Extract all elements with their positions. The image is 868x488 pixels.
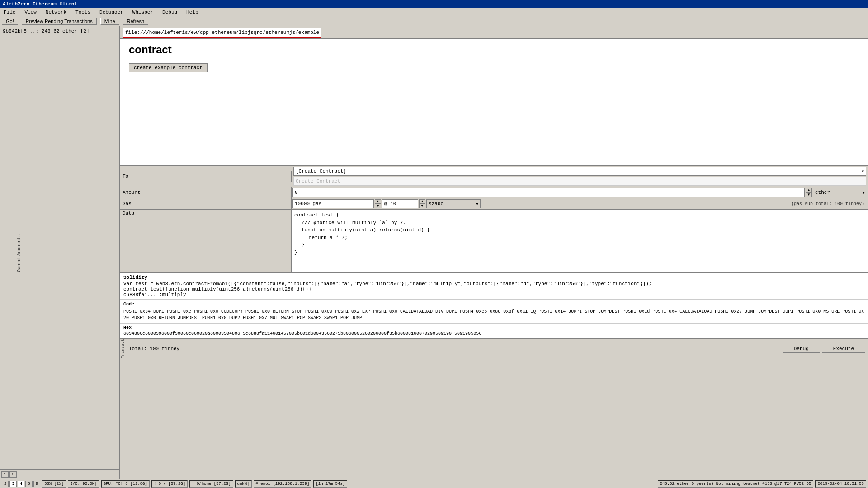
status-mem2: ! 0/home [57.2G]	[189, 480, 233, 488]
hex-section: Hex 6034806c6000396000f30060e060020a6000…	[120, 324, 868, 338]
data-label: Data	[120, 210, 292, 272]
solidity-hash: c6888fa1... :multiply	[123, 292, 864, 297]
gas-at-down[interactable]: ▼	[419, 204, 425, 208]
code-content: PUSH1 0x34 DUP1 PUSH1 0xc PUSH1 0x0 CODE…	[123, 309, 864, 321]
status-bar: 2 3 4 8 9 38% [2%] I/O: 92.0K| GPU: *C! …	[0, 479, 868, 488]
menu-tools[interactable]: Tools	[74, 9, 92, 15]
tab-8[interactable]: 8	[25, 481, 32, 487]
amount-row: Amount ▲ ▼ ether ▼	[120, 187, 868, 198]
execute-button[interactable]: Execute	[822, 345, 865, 353]
title-bar: AlethZero Ethereum Client	[0, 0, 868, 8]
create-contract-placeholder: Create Contract	[293, 177, 866, 186]
contract-title: contract	[129, 43, 859, 56]
data-row: Data contract test { /// @notice Will mu…	[120, 210, 868, 273]
status-datetime: 2015-02-04 10:31:58	[815, 480, 866, 488]
status-mem1: ! 0 / [57.2G]	[151, 480, 188, 488]
tab-4[interactable]: 4	[18, 481, 24, 487]
menu-debugger[interactable]: Debugger	[98, 9, 125, 15]
gas-unit-select[interactable]: szabo ▼	[426, 199, 481, 208]
total-label: Total: 100 finney	[129, 346, 781, 352]
amount-input[interactable]	[292, 188, 805, 197]
gas-up[interactable]: ▲	[375, 199, 381, 204]
preview-button[interactable]: Preview Pending Transactions	[22, 18, 97, 25]
menu-bar: File View Network Tools Debugger Whisper…	[0, 8, 868, 16]
hex-title: Hex	[123, 325, 864, 330]
gas-row: Gas ▲ ▼ ▲ ▼ szabo ▼ (	[120, 198, 868, 210]
menu-help[interactable]: Help	[184, 9, 200, 15]
gas-label: Gas	[120, 198, 292, 209]
browser-bar	[120, 26, 868, 39]
code-section: Code PUSH1 0x34 DUP1 PUSH1 0xc PUSH1 0x0…	[120, 300, 868, 324]
solidity-var: var test = web3.eth.contractFromAbi([{"c…	[123, 281, 864, 286]
status-eno: # eno1 [192.168.1.239]	[254, 480, 312, 488]
solidity-section: Solidity var test = web3.eth.contractFro…	[120, 273, 868, 300]
to-dropdown-arrow: ▼	[862, 169, 864, 174]
url-input[interactable]	[123, 28, 321, 38]
status-cpu: 38% [2%]	[42, 480, 66, 488]
to-row: To {Create Contract} ▼ Create Contract	[120, 166, 868, 187]
refresh-button[interactable]: Refresh	[123, 18, 149, 25]
create-contract-button[interactable]: create example contract	[129, 63, 208, 72]
tab-row: 2 3 4 8 9	[2, 481, 40, 487]
to-label: To	[120, 171, 292, 182]
account-info: 9b842bf5...: 248.62 ether [2]	[0, 26, 119, 36]
gas-at-input[interactable]	[382, 199, 418, 208]
sidebar-tab-1[interactable]: 1	[1, 471, 9, 478]
gas-unit-arrow: ▼	[476, 202, 478, 206]
go-button[interactable]: Go!	[2, 18, 18, 25]
action-controls: Total: 100 finney Debug Execute	[126, 339, 868, 358]
to-control: {Create Contract} ▼ Create Contract	[292, 166, 868, 187]
menu-file[interactable]: File	[2, 9, 17, 15]
amount-unit-select[interactable]: ether ▼	[813, 188, 867, 197]
menu-debug[interactable]: Debug	[160, 9, 179, 15]
transaction-section: To {Create Contract} ▼ Create Contract A…	[120, 165, 868, 273]
amount-up[interactable]: ▲	[806, 188, 812, 192]
gas-input[interactable]	[292, 199, 374, 208]
main-area: 9b842bf5...: 248.62 ether [2] Owned Acco…	[0, 26, 868, 479]
debug-button[interactable]: Debug	[783, 345, 820, 353]
tab-9[interactable]: 9	[33, 481, 40, 487]
hex-content: 6034806c6000396000f30060e060020a60003504…	[123, 331, 864, 336]
to-select-container: {Create Contract} ▼	[293, 167, 866, 176]
gas-at-spinner: ▲ ▼	[419, 199, 425, 208]
gas-at-up[interactable]: ▲	[419, 199, 425, 204]
amount-down[interactable]: ▼	[806, 192, 812, 197]
gas-subtotal: (gas sub-total: 100 finney)	[481, 202, 867, 206]
toolbar: Go! Preview Pending Transactions Mine Re…	[0, 16, 868, 26]
contract-area: contract create example contract	[120, 39, 868, 165]
menu-view[interactable]: View	[23, 9, 38, 15]
sidebar-tab-2[interactable]: 2	[9, 471, 17, 478]
status-io: I/O: 92.0K|	[68, 480, 99, 488]
account-text: 9b842bf5...: 248.62 ether [2]	[3, 28, 89, 34]
data-content: contract test { /// @notice Will multipl…	[292, 210, 868, 272]
mine-button[interactable]: Mine	[100, 18, 119, 25]
menu-network[interactable]: Network	[44, 9, 68, 15]
menu-whisper[interactable]: Whisper	[131, 9, 155, 15]
status-gpu: GPU: *C! 8 [11.8G]	[101, 480, 150, 488]
solidity-contract: contract test{function multiply(uint256 …	[123, 286, 864, 292]
amount-spinner: ▲ ▼	[806, 188, 812, 197]
code-title: Code	[123, 301, 864, 308]
status-balance: 248.62 ether 0 peer(s) Not mining testne…	[658, 480, 814, 488]
transact-label: Transact	[121, 339, 125, 358]
action-bar: Transact Total: 100 finney Debug Execute	[120, 338, 868, 358]
to-select[interactable]: {Create Contract} ▼	[293, 167, 866, 176]
gas-control: ▲ ▼ ▲ ▼ szabo ▼ (gas sub-total: 100 finn…	[292, 199, 868, 209]
tab-3[interactable]: 3	[9, 481, 16, 487]
sidebar: 9b842bf5...: 248.62 ether [2] Owned Acco…	[0, 26, 120, 479]
solidity-title: Solidity	[123, 275, 864, 280]
tab-2[interactable]: 2	[2, 481, 9, 487]
owned-accounts-label: Owned Accounts	[16, 233, 23, 272]
right-panel: contract create example contract To {Cre…	[120, 26, 868, 479]
status-unk: unk%|	[235, 480, 252, 488]
status-time: [1h 17m 54s]	[313, 480, 347, 488]
gas-spinner: ▲ ▼	[375, 199, 381, 208]
title-label: AlethZero Ethereum Client	[3, 1, 77, 7]
amount-control: ▲ ▼ ether ▼	[292, 188, 868, 197]
amount-unit-arrow: ▼	[863, 191, 865, 195]
amount-label: Amount	[120, 187, 292, 198]
gas-down[interactable]: ▼	[375, 204, 381, 208]
transact-sidebar: Transact	[120, 339, 126, 358]
